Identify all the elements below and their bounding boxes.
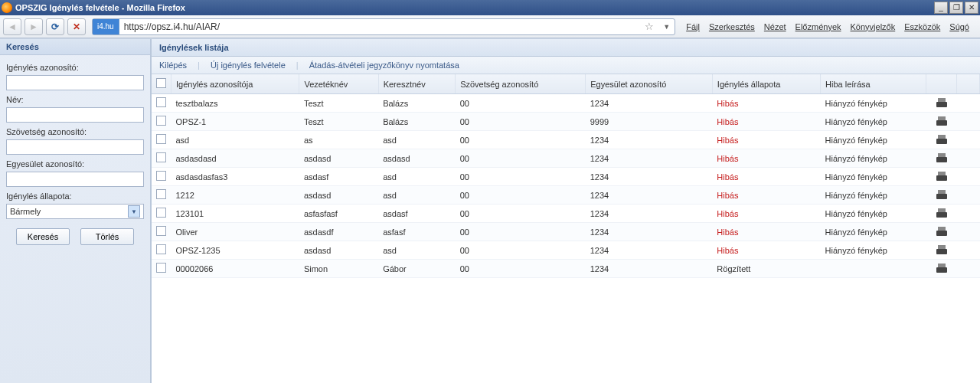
col-error[interactable]: Hiba leírása — [821, 74, 926, 94]
reload-button[interactable]: ⟳ — [46, 18, 64, 35]
close-button[interactable]: ✕ — [965, 2, 978, 14]
col-firstname[interactable]: Keresztnév — [378, 74, 456, 94]
forward-button[interactable]: ► — [24, 18, 43, 35]
cell-firstname: asd — [378, 241, 456, 260]
header-checkbox[interactable] — [152, 74, 172, 94]
table-row[interactable]: 1212asdasdasd001234HibásHiányzó fénykép — [152, 186, 980, 205]
stop-button[interactable]: ✕ — [67, 18, 86, 35]
input-id[interactable] — [6, 75, 144, 90]
menu-item[interactable]: Előzmények — [795, 22, 841, 31]
printer-icon — [936, 116, 947, 126]
col-club[interactable]: Egyesület azonosító — [586, 74, 713, 94]
print-button[interactable] — [926, 113, 957, 131]
row-checkbox[interactable] — [152, 131, 172, 149]
cell-error: Hiányzó fénykép — [821, 113, 926, 131]
row-checkbox[interactable] — [152, 205, 172, 223]
col-lastname[interactable]: Vezetéknév — [299, 74, 378, 94]
table-row[interactable]: asdasdasfas3asdasfasd001234HibásHiányzó … — [152, 168, 980, 186]
print-button[interactable] — [926, 94, 957, 113]
label-club: Egyesület azonosító: — [6, 159, 144, 169]
address-bar[interactable]: i4.hu https://opsz.i4.hu/AIAR/ ☆ ▼ — [92, 18, 675, 35]
printer-icon — [936, 190, 947, 199]
content-area: Igénylések listája Kilépés | Új igénylés… — [152, 39, 980, 383]
table-row[interactable]: asdasdasdasdasdasdasd001234HibásHiányzó … — [152, 149, 980, 168]
print-button[interactable] — [926, 131, 957, 149]
input-federation[interactable] — [6, 139, 144, 155]
table-row[interactable]: Oliverasdasdfasfasf001234HibásHiányzó fé… — [152, 223, 980, 241]
cell-club: 1234 — [586, 186, 713, 205]
menu-item[interactable]: Eszközök — [904, 22, 940, 31]
cell-id: asd — [172, 131, 299, 149]
cell-id: 1212 — [172, 186, 299, 205]
print-button[interactable] — [926, 205, 957, 223]
cell-status: Hibás — [712, 186, 820, 205]
row-checkbox[interactable] — [152, 186, 172, 205]
table-row[interactable]: OPSZ-1235asdasdasd001234HibásHiányzó fén… — [152, 241, 980, 260]
col-id[interactable]: Igénylés azonosítója — [172, 74, 299, 94]
cell-federation: 00 — [456, 149, 586, 168]
clear-button[interactable]: Törlés — [80, 228, 134, 245]
menu-item[interactable]: Szerkesztés — [709, 22, 755, 31]
minimize-button[interactable]: _ — [934, 2, 948, 14]
print-button[interactable] — [926, 241, 957, 260]
table-row[interactable]: asdasasd001234HibásHiányzó fénykép — [152, 131, 980, 149]
menu-item[interactable]: Nézet — [764, 22, 786, 31]
cell-status: Hibás — [712, 94, 820, 113]
cell-firstname: asd — [378, 168, 456, 186]
row-checkbox[interactable] — [152, 260, 172, 278]
cell-firstname: asfasf — [378, 223, 456, 241]
window-titlebar: OPSZIG Igénylés felvétele - Mozilla Fire… — [0, 0, 980, 15]
cell-error: Hiányzó fénykép — [821, 94, 926, 113]
cell-lastname: asdasd — [299, 241, 378, 260]
action-logout[interactable]: Kilépés — [159, 61, 187, 70]
row-checkbox[interactable] — [152, 94, 172, 113]
bookmark-star-icon[interactable]: ☆ — [640, 21, 658, 32]
col-status[interactable]: Igénylés állapota — [712, 74, 820, 94]
input-name[interactable] — [6, 107, 144, 123]
menu-item[interactable]: Fájl — [686, 22, 700, 31]
back-button[interactable]: ◄ — [3, 18, 21, 35]
table-row[interactable]: OPSZ-1TesztBalázs009999HibásHiányzó fény… — [152, 113, 980, 131]
row-checkbox[interactable] — [152, 241, 172, 260]
select-status[interactable]: Bármely ▼ — [6, 204, 144, 219]
restore-button[interactable]: ❐ — [949, 2, 963, 14]
cell-id: asdasdasfas3 — [172, 168, 299, 186]
printer-icon — [936, 245, 947, 254]
table-row[interactable]: tesztbalazsTesztBalázs001234HibásHiányzó… — [152, 94, 980, 113]
search-button[interactable]: Keresés — [16, 228, 70, 245]
menu-item[interactable]: Súgó — [949, 22, 969, 31]
cell-lastname: Teszt — [299, 113, 378, 131]
row-checkbox[interactable] — [152, 113, 172, 131]
print-button[interactable] — [926, 149, 957, 168]
row-checkbox[interactable] — [152, 168, 172, 186]
cell-club: 1234 — [586, 260, 713, 278]
cell-club: 1234 — [586, 131, 713, 149]
url-dropdown-icon[interactable]: ▼ — [658, 23, 675, 31]
print-button[interactable] — [926, 260, 957, 278]
action-new[interactable]: Új igénylés felvétele — [211, 61, 286, 70]
print-button[interactable] — [926, 186, 957, 205]
cell-status: Hibás — [712, 223, 820, 241]
row-checkbox[interactable] — [152, 149, 172, 168]
print-button[interactable] — [926, 223, 957, 241]
cell-firstname: Gábor — [378, 260, 456, 278]
cell-club: 1234 — [586, 168, 713, 186]
row-checkbox[interactable] — [152, 223, 172, 241]
table-row[interactable]: 123101asfasfasfasdasf001234HibásHiányzó … — [152, 205, 980, 223]
cell-status: Hibás — [712, 131, 820, 149]
print-button[interactable] — [926, 168, 957, 186]
col-federation[interactable]: Szövetség azonosító — [456, 74, 586, 94]
table-row[interactable]: 00002066SimonGábor001234Rögzített — [152, 260, 980, 278]
input-club[interactable] — [6, 172, 144, 187]
sidebar-header: Keresés — [0, 39, 150, 55]
select-status-value: Bármely — [10, 207, 41, 216]
cell-error — [821, 260, 926, 278]
label-federation: Szövetség azonosító: — [6, 127, 144, 136]
cell-federation: 00 — [456, 131, 586, 149]
menu-item[interactable]: Könyvjelzők — [851, 22, 896, 31]
cell-firstname: asdasf — [378, 205, 456, 223]
action-print[interactable]: Átadás-átvételi jegyzőkönyv nyomtatása — [309, 61, 459, 70]
cell-federation: 00 — [456, 241, 586, 260]
content-toolbar: Kilépés | Új igénylés felvétele | Átadás… — [152, 57, 980, 74]
printer-icon — [936, 264, 947, 273]
